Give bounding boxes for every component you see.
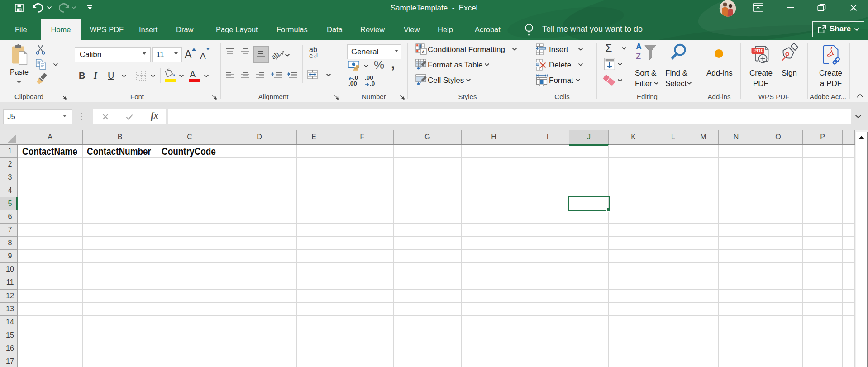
svg-text:PDF: PDF: [754, 48, 764, 53]
svg-text:≠: ≠: [422, 49, 424, 54]
